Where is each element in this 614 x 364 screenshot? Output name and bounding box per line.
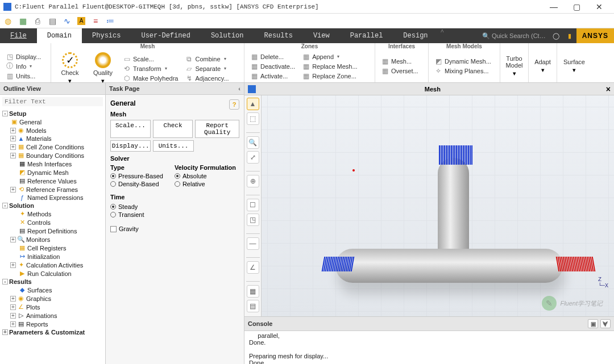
console-output[interactable]: parallel, Done. Preparing mesh for displ… <box>244 331 614 364</box>
quick-search[interactable]: 🔍 Quick Search (Ct… <box>479 28 549 43</box>
viewport[interactable]: Z└─X ✎Fluent学习笔记 <box>262 95 614 316</box>
close-graphics-button[interactable]: × <box>606 85 611 94</box>
scale-button[interactable]: ▭Scale... <box>121 55 181 64</box>
radio-pressure-based[interactable]: Pressure-Based <box>110 172 163 180</box>
tab-file[interactable]: File <box>0 28 37 43</box>
quality-button[interactable]: Quality▾ <box>88 51 118 86</box>
adapt-button[interactable]: Adapt▾ <box>532 51 553 81</box>
settings-icon[interactable]: ≔ <box>106 16 115 26</box>
separate-button[interactable]: ▱Separate▾ <box>183 64 231 73</box>
node-reportdef[interactable]: ▤Report Definitions <box>0 227 105 235</box>
surface-button[interactable]: Surface▾ <box>561 51 588 81</box>
info-button[interactable]: ⓘInfo▾ <box>3 62 43 71</box>
replace-zone-button[interactable]: ▦Replace Zone... <box>300 72 359 81</box>
tab-parallel[interactable]: Parallel <box>340 28 393 43</box>
transform-button[interactable]: ⟲Transform▾ <box>121 64 181 73</box>
help-icon[interactable]: ◯ <box>549 28 563 43</box>
node-materials[interactable]: +▲Materials <box>0 135 105 143</box>
node-monitors[interactable]: +🔍Monitors <box>0 235 105 244</box>
tab-physics[interactable]: Physics <box>82 28 131 43</box>
replace-mesh-button[interactable]: ▦Replace Mesh... <box>300 62 359 71</box>
node-surfaces[interactable]: ◆Surfaces <box>0 286 105 294</box>
chart-tool[interactable]: ∠ <box>247 261 259 274</box>
cube-icon[interactable]: ◍ <box>3 16 13 26</box>
tab-user-defined[interactable]: User-Defined <box>131 28 200 43</box>
select-tool[interactable]: ⬚ <box>247 112 259 125</box>
display-button[interactable]: ◳Display... <box>3 52 43 61</box>
combine-button[interactable]: ⧉Combine▾ <box>183 55 231 64</box>
outline-tree[interactable]: -Setup ▣General +◉Models +▲Materials +▦C… <box>0 108 105 364</box>
mixing-planes-button[interactable]: ✧Mixing Planes... <box>432 66 493 76</box>
tab-results[interactable]: Results <box>254 28 302 43</box>
gravity-checkbox[interactable]: Gravity <box>110 225 239 232</box>
scale-mesh-button[interactable]: Scale... <box>110 120 151 138</box>
pointer-tool[interactable]: ▲ <box>247 98 259 110</box>
units-button[interactable]: ▥Units... <box>3 72 43 81</box>
node-runcalc[interactable]: ▶Run Calculation <box>0 269 105 278</box>
doc-icon[interactable]: ▤ <box>48 16 57 26</box>
chart-icon[interactable]: ≡ <box>91 16 100 26</box>
tab-domain[interactable]: Domain <box>37 28 82 43</box>
node-refvals[interactable]: ▤Reference Values <box>0 177 105 185</box>
mesh-if-button[interactable]: ▦Mesh... <box>379 57 421 66</box>
radio-relative[interactable]: Relative <box>175 180 236 188</box>
close-button[interactable]: ✕ <box>588 0 611 14</box>
delete-button[interactable]: ▦Delete... <box>248 52 297 61</box>
cube-tool[interactable]: ◳ <box>247 214 259 226</box>
node-graphics[interactable]: +◉Graphics <box>0 294 105 303</box>
node-methods[interactable]: ✦Methods <box>0 210 105 218</box>
note-tool[interactable]: ▤ <box>247 300 259 312</box>
adjacency-button[interactable]: ↯Adjacency... <box>183 74 231 83</box>
node-dynmesh[interactable]: ◩Dynamic Mesh <box>0 168 105 177</box>
report-quality-button[interactable]: Report Quality <box>195 120 239 138</box>
radio-density-based[interactable]: Density-Based <box>110 180 163 188</box>
maximize-button[interactable]: ▢ <box>565 0 588 14</box>
bolt-icon[interactable]: ∿ <box>63 16 72 26</box>
check-button[interactable]: ✓Check▾ <box>55 51 85 86</box>
activate-button[interactable]: ▦Activate... <box>248 72 297 81</box>
tab-design[interactable]: Design <box>393 28 438 43</box>
deactivate-button[interactable]: ▦Deactivate... <box>248 62 297 71</box>
node-cellreg[interactable]: ▦Cell Registers <box>0 244 105 252</box>
turbo-model-button[interactable]: Turbo Model▾ <box>504 51 525 81</box>
display-mesh-button[interactable]: Display... <box>110 140 151 152</box>
append-button[interactable]: ▦Append▾ <box>300 52 359 61</box>
overset-button[interactable]: ▦Overset... <box>379 66 421 76</box>
node-general[interactable]: ▣General <box>0 118 105 126</box>
node-namedexpr[interactable]: ƒNamed Expressions <box>0 194 105 202</box>
filter-input[interactable] <box>2 97 103 106</box>
node-meshif[interactable]: ▦Mesh Interfaces <box>0 160 105 168</box>
tab-view[interactable]: View <box>303 28 340 43</box>
node-plots[interactable]: +∠Plots <box>0 303 105 311</box>
node-solution[interactable]: -Solution <box>0 202 105 210</box>
console-scroll-button[interactable]: ⮟ <box>600 319 611 328</box>
fit-tool[interactable]: ⤢ <box>247 151 259 164</box>
print-icon[interactable]: ⎙ <box>33 16 42 26</box>
layout-icon[interactable]: ▮ <box>563 28 576 43</box>
radio-absolute[interactable]: Absolute <box>175 172 236 180</box>
tab-solution[interactable]: Solution <box>201 28 254 43</box>
units-mesh-button[interactable]: Units... <box>153 140 193 152</box>
probe-tool[interactable]: ⊕ <box>247 175 259 187</box>
node-setup[interactable]: -Setup <box>0 110 105 118</box>
node-calcact[interactable]: +✦Calculation Activities <box>0 261 105 269</box>
polyhedra-button[interactable]: ⬡Make Polyhedra <box>121 74 181 83</box>
node-animations[interactable]: +▷Animations <box>0 311 105 320</box>
node-controls[interactable]: ✕Controls <box>0 218 105 227</box>
node-models[interactable]: +◉Models <box>0 126 105 135</box>
node-cellzone[interactable]: +▦Cell Zone Conditions <box>0 143 105 151</box>
grid-tool[interactable]: ▦ <box>247 285 259 298</box>
measure-tool[interactable]: — <box>247 237 259 250</box>
ansys-icon[interactable]: A <box>77 17 85 25</box>
dynamic-mesh-button[interactable]: ◩Dynamic Mesh... <box>432 57 493 66</box>
node-results[interactable]: -Results <box>0 278 105 286</box>
node-reports[interactable]: +▤Reports <box>0 320 105 328</box>
minimize-button[interactable]: — <box>542 0 565 14</box>
node-boundary[interactable]: +▦Boundary Conditions <box>0 151 105 160</box>
radio-steady[interactable]: Steady <box>110 203 239 211</box>
node-refframes[interactable]: +⟲Reference Frames <box>0 185 105 194</box>
box-tool[interactable]: ☐ <box>247 199 259 211</box>
zoom-tool[interactable]: 🔍 <box>247 136 259 149</box>
mesh-icon[interactable]: ▦ <box>18 16 27 26</box>
check-mesh-button[interactable]: Check <box>153 120 193 138</box>
